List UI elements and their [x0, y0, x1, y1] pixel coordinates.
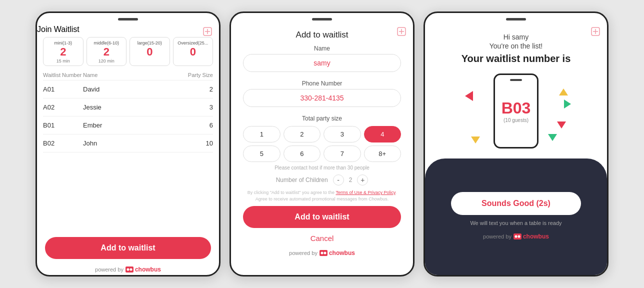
guests-label: (10 guests)	[504, 118, 528, 123]
on-list: You're on the list!	[435, 42, 597, 50]
children-decrement[interactable]: -	[333, 174, 344, 186]
party-size-label: Total party size	[231, 115, 413, 122]
row-num-2: B01	[43, 122, 83, 129]
children-label: Number of Children	[276, 176, 328, 184]
row-num-0: A01	[43, 86, 83, 93]
name-input[interactable]	[243, 54, 401, 72]
party-label-1: middle(6-10)	[89, 40, 124, 46]
deco-triangle-5	[557, 122, 566, 128]
cancel-button[interactable]: Cancel	[231, 230, 413, 246]
party-count-3: 0	[176, 46, 211, 58]
powered-by-2: powered by chowbus	[231, 246, 413, 258]
phone-mockup: B03 (10 guests)	[494, 74, 538, 148]
row-num-3: B02	[43, 140, 83, 147]
size-btn-4[interactable]: 4	[364, 126, 402, 142]
svg-point-17	[518, 235, 520, 238]
party-size-grid: 1 2 3 4 5 6 7 8+	[231, 124, 413, 164]
row-name-2: Ember	[83, 122, 178, 129]
contact-note: Please contact host if more than 30 peop…	[231, 164, 413, 172]
confirmation-top: Hi samy You're on the list! Your waitlis…	[425, 25, 607, 158]
size-btn-7[interactable]: 7	[324, 146, 361, 162]
screen3-tablet: Hi samy You're on the list! Your waitlis…	[424, 12, 608, 276]
add-to-waitlist-button[interactable]: Add to waitlist	[45, 237, 211, 259]
chowbus-logo-2: chowbus	[320, 250, 355, 256]
screen1-title: Join Waitlist	[37, 25, 219, 34]
powered-by-1: powered by chowbus	[37, 263, 219, 275]
screen2-title: Add to waitlist	[231, 25, 413, 43]
powered-by-3: powered by chowbus	[483, 230, 549, 242]
table-header: Waitlist Number Name Party Size	[43, 69, 213, 80]
party-label-0: mini(1-3)	[46, 40, 81, 46]
waitlist-table: Waitlist Number Name Party Size A01 Davi…	[37, 69, 219, 232]
party-count-0: 2	[46, 46, 81, 58]
corner-icon-1	[203, 27, 212, 36]
svg-point-11	[324, 252, 326, 254]
size-btn-2[interactable]: 2	[284, 126, 321, 142]
svg-point-16	[514, 235, 517, 238]
deco-triangle-3	[548, 134, 557, 141]
col-header-num: Waitlist Number	[43, 72, 83, 78]
table-row: B02 John 10	[43, 134, 213, 152]
screen2-tablet: Add to waitlist Name Phone Number Total …	[230, 12, 414, 276]
party-count-1: 2	[89, 46, 124, 58]
phone-section: Phone Number	[231, 78, 413, 113]
size-btn-6[interactable]: 6	[284, 146, 321, 162]
confirmation-bottom: Sounds Good (2s) We will text you when a…	[425, 158, 607, 275]
waitlist-number: B03	[502, 99, 531, 118]
svg-point-5	[130, 268, 132, 271]
party-wait-0: 15 min	[46, 58, 81, 64]
children-increment[interactable]: +	[357, 174, 368, 186]
phone-input[interactable]	[243, 89, 401, 107]
deco-triangle-2	[471, 136, 480, 144]
name-section: Name	[231, 43, 413, 78]
size-btn-5[interactable]: 5	[243, 146, 280, 162]
row-name-1: Jessie	[83, 104, 178, 111]
row-num-1: A02	[43, 104, 83, 111]
terms-link[interactable]: Terms of Use & Privacy Policy	[336, 190, 395, 195]
s2-add-to-waitlist-button[interactable]: Add to waitlist	[243, 206, 401, 228]
row-name-0: David	[83, 86, 178, 93]
table-row: A02 Jessie 3	[43, 98, 213, 116]
size-btn-1[interactable]: 1	[243, 126, 280, 142]
waitlist-title: Your waitlist number is	[435, 53, 597, 64]
party-card-3: Oversized(25... 0	[173, 37, 214, 66]
row-size-0: 2	[178, 86, 213, 93]
svg-rect-9	[320, 250, 328, 256]
children-value: 2	[349, 176, 352, 184]
table-row: A01 David 2	[43, 80, 213, 98]
row-name-3: John	[83, 140, 178, 147]
text-notify: We will text you when a table is ready	[470, 220, 562, 226]
party-label-3: Oversized(25...	[176, 40, 211, 46]
deco-triangle-4	[559, 88, 568, 96]
table-row: B01 Ember 6	[43, 116, 213, 134]
col-header-size: Party Size	[178, 72, 213, 78]
party-count-2: 0	[132, 46, 168, 58]
size-btn-8plus[interactable]: 8+	[364, 146, 402, 162]
corner-icon-3	[591, 27, 600, 36]
greeting: Hi samy	[435, 33, 597, 41]
party-card-2: large(15-20) 0	[130, 37, 170, 66]
deco-triangle-1	[465, 91, 473, 101]
phone-label: Phone Number	[243, 80, 401, 87]
chowbus-logo-1: chowbus	[126, 266, 161, 273]
screen1-tablet: Join Waitlist mini(1-3) 2 15 min middle(…	[36, 12, 220, 276]
svg-rect-15	[514, 234, 522, 240]
party-cards: mini(1-3) 2 15 min middle(6-10) 2 120 mi…	[37, 34, 219, 69]
terms-text: By clicking "Add to waitlist" you agree …	[231, 188, 413, 203]
row-size-3: 10	[178, 140, 213, 147]
deco-triangle-6	[564, 100, 571, 108]
sounds-good-button[interactable]: Sounds Good (2s)	[451, 192, 581, 215]
size-btn-3[interactable]: 3	[324, 126, 361, 142]
name-label: Name	[243, 45, 401, 52]
chowbus-logo-3: chowbus	[514, 233, 549, 240]
party-label-2: large(15-20)	[132, 40, 168, 46]
corner-icon-2	[397, 27, 406, 36]
party-card-1: middle(6-10) 2 120 min	[86, 37, 127, 66]
party-card-0: mini(1-3) 2 15 min	[43, 37, 84, 66]
party-wait-1: 120 min	[89, 58, 124, 64]
svg-rect-3	[126, 266, 134, 272]
svg-point-4	[126, 268, 129, 271]
row-size-1: 3	[178, 104, 213, 111]
phone-mockup-area: B03 (10 guests)	[435, 68, 597, 154]
col-header-name: Name	[83, 72, 178, 78]
